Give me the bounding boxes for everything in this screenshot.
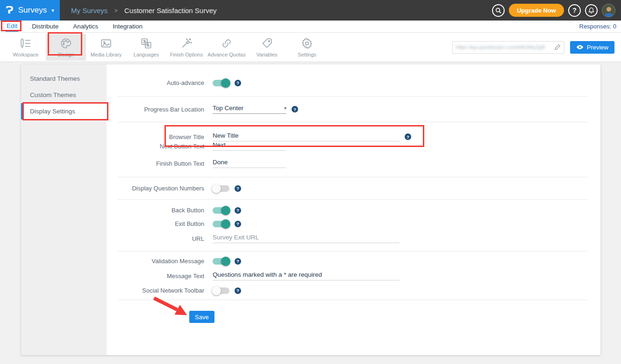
validation-message-toggle[interactable] xyxy=(213,258,229,265)
questionpro-logo-icon: Ɂ xyxy=(6,5,13,16)
back-button-label: Back Button xyxy=(107,207,204,214)
toolbar-item-label: Media Library xyxy=(91,52,122,57)
progress-bar-location-select[interactable]: Top Center ▾ xyxy=(213,105,286,114)
sidebar-item-custom-themes[interactable]: Custom Themes xyxy=(21,87,107,103)
survey-tabbar: Edit Distribute Analytics Integration Re… xyxy=(0,21,621,33)
next-button-text-row: Next Button Text Next xyxy=(107,141,600,151)
toolbar-item-label: Design xyxy=(58,52,74,57)
user-avatar[interactable] xyxy=(602,4,615,17)
message-text-input[interactable]: Questions marked with a * are required xyxy=(213,271,400,280)
tab-distribute[interactable]: Distribute xyxy=(31,21,59,31)
message-text-label: Message Text xyxy=(107,273,204,280)
tab-analytics[interactable]: Analytics xyxy=(72,21,99,31)
exit-button-toggle[interactable] xyxy=(213,221,229,227)
toolbar-item-media-library[interactable]: Media Library xyxy=(86,34,126,61)
sidebar-item-display-settings[interactable]: Display Settings xyxy=(21,103,107,119)
help-icon[interactable]: ? xyxy=(235,258,241,265)
display-question-numbers-row: Display Question Numbers ? xyxy=(107,185,600,192)
breadcrumb: My Surveys > Customer Satisfaction Surve… xyxy=(71,7,217,14)
message-text-row: Message Text Questions marked with a * a… xyxy=(107,271,600,280)
design-toolbar: Workspace Design Media Library Languages… xyxy=(0,33,621,62)
settings-icon xyxy=(301,37,313,49)
back-button-toggle[interactable] xyxy=(213,207,229,214)
exit-url-input[interactable]: Survey Exit URL xyxy=(213,234,400,243)
toolbar-item-settings[interactable]: Settings xyxy=(287,34,327,61)
progress-bar-location-row: Progress Bar Location Top Center ▾ ? xyxy=(107,105,600,114)
toolbar-item-advance-quotas[interactable]: Advance Quotas xyxy=(207,34,247,61)
chevron-down-icon: ▾ xyxy=(284,105,286,111)
upgrade-now-button[interactable]: Upgrade Now xyxy=(509,4,564,17)
toolbar-item-label: Advance Quotas xyxy=(207,52,245,57)
finish-button-text-row: Finish Button Text Done xyxy=(107,159,600,168)
toolbar-item-label: Languages xyxy=(134,52,159,57)
design-sidebar: Standard Themes Custom Themes Display Se… xyxy=(21,64,107,355)
help-icon[interactable]: ? xyxy=(235,221,241,227)
save-row: Save xyxy=(107,300,600,323)
toolbar-item-label: Workspace xyxy=(13,52,39,57)
search-icon[interactable] xyxy=(492,4,505,17)
content-card: Standard Themes Custom Themes Display Se… xyxy=(21,64,600,355)
save-button[interactable]: Save xyxy=(189,311,214,323)
toolbar-item-workspace[interactable]: Workspace xyxy=(6,34,46,61)
advance-quotas-icon xyxy=(221,37,233,49)
validation-message-row: Validation Message ? xyxy=(107,258,600,265)
workspace-icon xyxy=(20,37,32,49)
progress-bar-location-value: Top Center xyxy=(213,105,243,112)
toolbar-item-label: Finish Options xyxy=(170,52,203,57)
social-network-toolbar-row: Social Network Toolbar ? xyxy=(107,287,600,294)
survey-url-field[interactable]: https://qa.questionpro.com/t/AOIAyZgB xyxy=(452,41,564,54)
exit-url-label: URL xyxy=(107,235,204,242)
browser-title-input[interactable]: New Title xyxy=(213,132,400,141)
help-icon[interactable]: ? xyxy=(568,4,581,17)
media-library-icon xyxy=(100,37,112,49)
finish-options-icon xyxy=(180,37,193,49)
finish-button-text-input[interactable]: Done xyxy=(213,159,286,168)
help-icon[interactable]: ? xyxy=(235,80,241,86)
tab-edit[interactable]: Edit xyxy=(6,21,18,32)
preview-button[interactable]: Preview xyxy=(570,41,614,54)
next-button-text-input[interactable]: Next xyxy=(213,141,286,151)
breadcrumb-my-surveys[interactable]: My Surveys xyxy=(71,7,107,14)
notifications-bell-icon[interactable] xyxy=(585,4,598,17)
eye-icon xyxy=(576,44,584,50)
responses-count[interactable]: Responses: 0 xyxy=(579,23,617,30)
product-name: Surveys xyxy=(18,6,47,15)
finish-button-text-label: Finish Button Text xyxy=(107,160,204,167)
toolbar-item-design[interactable]: Design xyxy=(46,34,86,61)
toolbar-item-variables[interactable]: Variables xyxy=(247,34,287,61)
toolbar-item-languages[interactable]: Languages xyxy=(126,34,166,61)
browser-title-label: Browser Title xyxy=(107,133,204,140)
next-button-text-label: Next Button Text xyxy=(107,143,204,150)
header-actions: Upgrade Now ? xyxy=(492,4,615,17)
preview-label: Preview xyxy=(587,44,608,51)
surveys-menu[interactable]: Ɂ Surveys ▾ xyxy=(0,0,60,21)
display-settings-panel: Auto-advance ? Progress Bar Location Top… xyxy=(107,64,600,355)
validation-message-label: Validation Message xyxy=(107,258,204,265)
display-question-numbers-label: Display Question Numbers xyxy=(107,185,204,192)
help-icon[interactable]: ? xyxy=(405,133,411,140)
survey-url-text: https://qa.questionpro.com/t/AOIAyZgB xyxy=(456,44,545,50)
progress-bar-location-label: Progress Bar Location xyxy=(107,106,204,113)
help-icon[interactable]: ? xyxy=(235,185,241,192)
auto-advance-row: Auto-advance ? xyxy=(107,79,600,86)
toolbar-item-finish-options[interactable]: Finish Options xyxy=(166,34,207,61)
auto-advance-label: Auto-advance xyxy=(107,79,204,86)
toolbar-item-label: Variables xyxy=(256,52,277,57)
display-question-numbers-toggle[interactable] xyxy=(213,185,229,192)
social-network-toolbar-toggle[interactable] xyxy=(213,287,229,294)
sidebar-item-label: Display Settings xyxy=(30,108,75,115)
tab-integration[interactable]: Integration xyxy=(112,21,143,31)
auto-advance-toggle[interactable] xyxy=(213,80,229,86)
edit-pencil-icon[interactable] xyxy=(554,44,561,50)
breadcrumb-survey-title: Customer Satisfaction Survey xyxy=(124,7,217,14)
help-icon[interactable]: ? xyxy=(235,287,241,294)
exit-button-label: Exit Button xyxy=(107,220,204,227)
back-button-row: Back Button ? xyxy=(107,207,600,214)
help-icon[interactable]: ? xyxy=(292,106,298,112)
sidebar-item-standard-themes[interactable]: Standard Themes xyxy=(21,70,107,87)
social-network-toolbar-label: Social Network Toolbar xyxy=(107,287,204,294)
languages-icon xyxy=(140,37,152,49)
help-icon[interactable]: ? xyxy=(235,207,241,214)
variables-icon xyxy=(261,37,273,49)
toolbar-right: https://qa.questionpro.com/t/AOIAyZgB Pr… xyxy=(452,41,614,54)
